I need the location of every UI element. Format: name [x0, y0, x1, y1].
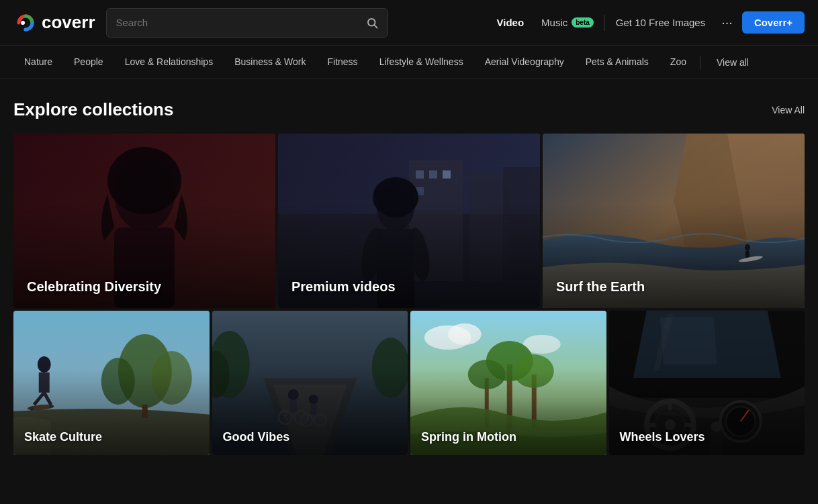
nav-video[interactable]: Video: [490, 13, 531, 32]
search-button[interactable]: [366, 17, 378, 29]
more-options-button[interactable]: ···: [716, 12, 738, 33]
collection-spring-motion[interactable]: Spring in Motion: [410, 311, 606, 455]
view-all-link[interactable]: View All: [772, 105, 805, 115]
card-label-celebrating: Celebrating Diversity: [27, 279, 161, 295]
main-nav: Video Music beta Get 10 Free Images ··· …: [490, 11, 805, 34]
card-label-spring: Spring in Motion: [421, 430, 516, 444]
card-label-skate: Skate Culture: [24, 430, 102, 444]
explore-title: Explore collections: [13, 99, 173, 120]
nav-music-label: Music: [541, 17, 567, 28]
cat-business[interactable]: Business & Work: [224, 46, 316, 79]
card-label-premium: Premium videos: [291, 279, 396, 295]
explore-header: Explore collections View All: [13, 99, 805, 120]
cat-nature[interactable]: Nature: [13, 46, 63, 79]
search-icon: [366, 17, 378, 29]
free-images-button[interactable]: Get 10 Free Images: [609, 13, 712, 32]
card-label-wheels: Wheels Lovers: [620, 430, 705, 444]
collections-top-row: Celebrating Diversity: [13, 134, 805, 308]
main-content: Explore collections View All: [0, 79, 818, 468]
cat-pets[interactable]: Pets & Animals: [575, 46, 660, 79]
collection-surf-earth[interactable]: Surf the Earth: [543, 134, 805, 308]
collection-good-vibes[interactable]: Good Vibes: [212, 311, 408, 455]
card-label-vibes: Good Vibes: [223, 430, 290, 444]
logo-icon: [13, 11, 38, 35]
beta-badge: beta: [572, 17, 594, 28]
cat-zoo[interactable]: Zoo: [660, 46, 697, 79]
search-bar: [106, 8, 388, 38]
coverr-plus-button[interactable]: Coverr+: [742, 11, 805, 34]
cat-people[interactable]: People: [63, 46, 114, 79]
cat-lifestyle[interactable]: Lifestyle & Wellness: [369, 46, 474, 79]
cat-aerial[interactable]: Aerial Videography: [474, 46, 575, 79]
logo[interactable]: coverr: [13, 11, 95, 35]
card-label-surf: Surf the Earth: [556, 279, 645, 295]
category-nav: Nature People Love & Relationships Busin…: [0, 46, 818, 79]
collection-premium-videos[interactable]: Premium videos: [278, 134, 540, 308]
logo-text: coverr: [42, 12, 95, 33]
header: coverr Video Music beta Get 10 Free Imag…: [0, 0, 818, 46]
view-all-categories-button[interactable]: View all: [706, 57, 760, 68]
collection-skate-culture[interactable]: Skate Culture: [13, 311, 210, 455]
search-input[interactable]: [116, 17, 366, 28]
category-divider: [700, 56, 700, 69]
collections-bottom-row: Skate Culture: [13, 311, 805, 455]
svg-point-1: [21, 21, 25, 25]
nav-music[interactable]: Music beta: [535, 13, 600, 32]
nav-divider: [604, 15, 605, 31]
collection-wheels-lovers[interactable]: Wheels Lovers: [609, 311, 805, 455]
svg-line-3: [374, 25, 377, 28]
cat-fitness[interactable]: Fitness: [317, 46, 369, 79]
collection-celebrating-diversity[interactable]: Celebrating Diversity: [13, 134, 275, 308]
cat-love[interactable]: Love & Relationships: [114, 46, 224, 79]
